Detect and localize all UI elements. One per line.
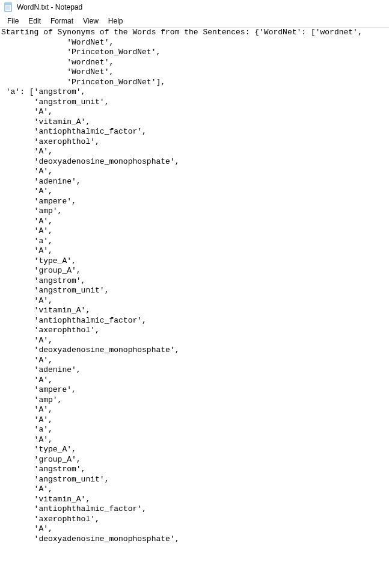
menu-format[interactable]: Format — [46, 16, 78, 26]
svg-rect-1 — [5, 3, 11, 5]
menu-file[interactable]: File — [2, 16, 23, 26]
text-editor-area[interactable]: Starting of Synonyms of the Words from t… — [0, 28, 389, 588]
menu-view[interactable]: View — [78, 16, 103, 26]
title-bar: WordN.txt - Notepad — [0, 0, 389, 14]
menu-bar: File Edit Format View Help — [0, 14, 389, 28]
window-title: WordN.txt - Notepad — [17, 3, 82, 11]
notepad-icon — [4, 2, 13, 12]
menu-help[interactable]: Help — [103, 16, 128, 26]
menu-edit[interactable]: Edit — [23, 16, 46, 26]
